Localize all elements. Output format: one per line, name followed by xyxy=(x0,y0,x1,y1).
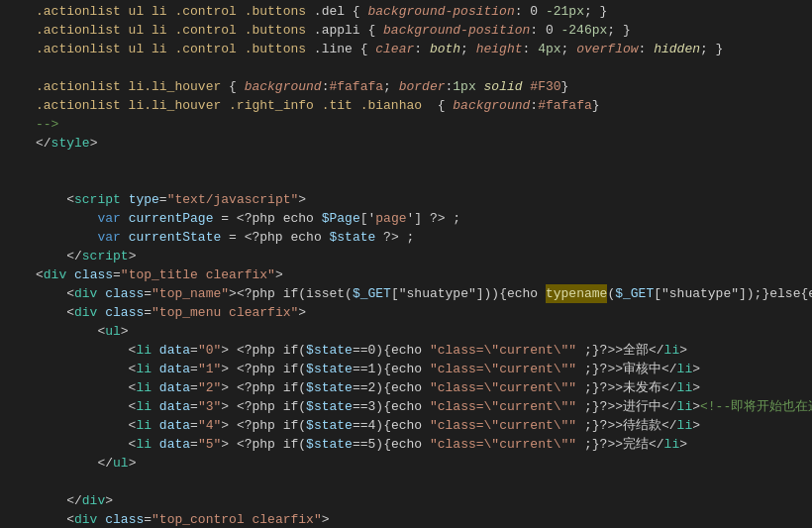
code-line: <div class="top_title clearfix"> xyxy=(36,265,812,284)
code-line: --> xyxy=(36,115,812,134)
code-line: <li data="5"> <?php if($state==5){echo "… xyxy=(36,435,812,454)
line-numbers: ▷ ▷ xyxy=(0,2,28,528)
code-line: var currentState = <?php echo $state ?> … xyxy=(36,228,812,247)
code-line xyxy=(36,171,812,190)
code-line: .actionlist ul li .control .buttons .app… xyxy=(36,21,812,40)
code-line: <div class="top_control clearfix"> xyxy=(36,510,812,528)
code-editor: ▷ ▷ .action xyxy=(0,0,812,528)
code-line: <li data="0"> <?php if($state==0){echo "… xyxy=(36,341,812,360)
code-line: <div class="top_menu clearfix"> xyxy=(36,303,812,322)
code-line: </div> xyxy=(36,491,812,510)
code-line: <li data="1"> <?php if($state==1){echo "… xyxy=(36,360,812,378)
code-line: </ul> xyxy=(36,454,812,473)
code-line: <li data="4"> <?php if($state==4){echo "… xyxy=(36,416,812,435)
code-line: <li data="3"> <?php if($state==3){echo "… xyxy=(36,397,812,416)
code-line: </script> xyxy=(36,247,812,265)
code-line: .actionlist ul li .control .buttons .lin… xyxy=(36,40,812,58)
code-line xyxy=(36,58,812,77)
code-area: ▷ ▷ .action xyxy=(0,0,812,528)
code-line: <div class="top_name"><?php if(isset($_G… xyxy=(36,284,812,303)
code-line: <ul> xyxy=(36,322,812,341)
code-content: .actionlist ul li .control .buttons .del… xyxy=(28,2,812,528)
code-line: <script type="text/javascript"> xyxy=(36,190,812,209)
code-line: .actionlist ul li .control .buttons .del… xyxy=(36,2,812,21)
code-line xyxy=(36,473,812,491)
code-line: <li data="2"> <?php if($state==2){echo "… xyxy=(36,378,812,397)
code-line: .actionlist li.li_houver .right_info .ti… xyxy=(36,96,812,115)
code-line: .actionlist li.li_houver { background:#f… xyxy=(36,77,812,96)
code-line xyxy=(36,153,812,171)
code-line: var currentPage = <?php echo $Page['page… xyxy=(36,209,812,228)
code-line: </style> xyxy=(36,134,812,153)
